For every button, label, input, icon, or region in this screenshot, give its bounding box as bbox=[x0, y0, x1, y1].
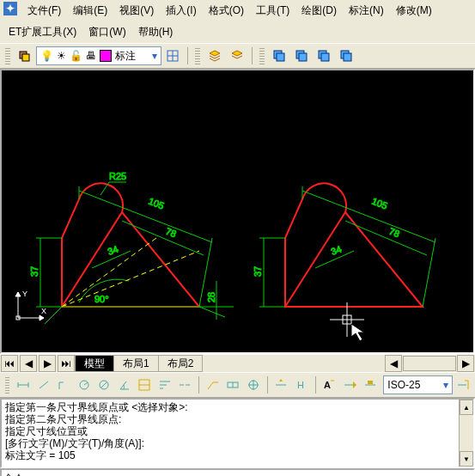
svg-marker-81 bbox=[353, 381, 356, 388]
svg-marker-47 bbox=[15, 292, 21, 296]
svg-rect-8 bbox=[321, 53, 329, 61]
separator bbox=[252, 47, 253, 64]
left-figure: R25 105 78 34 37 28 90° bbox=[27, 152, 242, 341]
svg-text:34: 34 bbox=[107, 243, 120, 256]
svg-line-36 bbox=[345, 221, 427, 255]
layer-color-swatch bbox=[100, 50, 112, 62]
svg-text:37: 37 bbox=[29, 266, 40, 277]
toolbar-grip[interactable] bbox=[5, 376, 9, 394]
menu-dim[interactable]: 标注(N) bbox=[344, 2, 389, 20]
tab-layout2[interactable]: 布局2 bbox=[158, 355, 204, 372]
svg-text:78: 78 bbox=[387, 226, 401, 240]
sun-icon: ☀ bbox=[57, 50, 66, 62]
menu-window[interactable]: 窗口(W) bbox=[83, 23, 131, 41]
tab-next-button[interactable]: ▶ bbox=[39, 355, 56, 372]
menu-file[interactable]: 文件(F) bbox=[22, 2, 66, 20]
svg-text:105: 105 bbox=[370, 196, 388, 211]
dim-angular-button[interactable] bbox=[115, 375, 134, 395]
tolerance-button[interactable] bbox=[224, 375, 243, 395]
menu-modify[interactable]: 修改(M) bbox=[391, 2, 437, 20]
scroll-down-button[interactable]: ▼ bbox=[460, 451, 473, 467]
dim-diameter-button[interactable] bbox=[95, 375, 114, 395]
svg-text:X: X bbox=[41, 307, 46, 315]
separator bbox=[315, 376, 316, 394]
svg-marker-45 bbox=[40, 315, 44, 320]
dimstyle-dropdown[interactable]: ISO-25 ▾ bbox=[383, 375, 453, 394]
app-icon: ✦ bbox=[3, 2, 17, 15]
svg-line-62 bbox=[100, 381, 107, 388]
menu-edit[interactable]: 编辑(E) bbox=[68, 2, 113, 20]
svg-text:H: H bbox=[297, 380, 304, 390]
svg-rect-10 bbox=[344, 53, 351, 61]
menu-ext[interactable]: ET扩展工具(X) bbox=[3, 23, 82, 41]
menu-help[interactable]: 帮助(H) bbox=[133, 23, 179, 41]
dim-override-button[interactable] bbox=[361, 375, 380, 395]
scroll-left-button[interactable]: ◀ bbox=[385, 355, 402, 372]
scroll-thumb[interactable] bbox=[460, 415, 473, 451]
svg-rect-4 bbox=[277, 53, 284, 61]
drawing-canvas[interactable]: R25 105 78 34 37 28 90° bbox=[2, 70, 473, 352]
svg-rect-83 bbox=[368, 381, 373, 384]
layer-name: 标注 bbox=[115, 49, 136, 64]
layer-manager-button[interactable] bbox=[15, 46, 35, 66]
dim-style-button-a[interactable]: A bbox=[320, 375, 339, 395]
toolbar-grip[interactable] bbox=[259, 47, 265, 64]
menu-format[interactable]: 格式(O) bbox=[204, 2, 249, 20]
tab-last-button[interactable]: ⏭ bbox=[58, 355, 75, 372]
svg-rect-1 bbox=[22, 54, 29, 61]
dim-quick-button[interactable] bbox=[136, 375, 155, 395]
tab-prev-button[interactable]: ◀ bbox=[20, 355, 37, 372]
menu-tools[interactable]: 工具(T) bbox=[251, 2, 295, 20]
chevron-down-icon: ▾ bbox=[152, 50, 157, 62]
dim-aligned-button[interactable] bbox=[34, 375, 53, 395]
separator bbox=[198, 376, 199, 394]
svg-line-58 bbox=[40, 381, 48, 388]
dim-radius-button[interactable] bbox=[75, 375, 94, 395]
toolbar-grip[interactable] bbox=[195, 47, 200, 64]
dim-ordinate-button[interactable] bbox=[54, 375, 73, 395]
svg-text:37: 37 bbox=[253, 266, 263, 277]
svg-text:28: 28 bbox=[206, 292, 216, 302]
layers-icon-button-2[interactable] bbox=[227, 46, 247, 66]
blue-stack-icon-3[interactable] bbox=[314, 46, 334, 66]
plot-icon: 🖶 bbox=[86, 50, 96, 62]
tab-model[interactable]: 模型 bbox=[75, 355, 114, 372]
layers-icon-button[interactable] bbox=[204, 46, 225, 66]
svg-line-30 bbox=[199, 307, 225, 317]
layer-dropdown[interactable]: 💡 ☀ 🔓 🖶 标注 ▾ bbox=[36, 46, 161, 65]
dim-edit-button[interactable] bbox=[272, 375, 291, 395]
dim-continue-button[interactable] bbox=[176, 375, 195, 395]
svg-line-60 bbox=[84, 382, 88, 385]
menu-view[interactable]: 视图(V) bbox=[114, 2, 159, 20]
svg-text:Y: Y bbox=[22, 290, 27, 298]
tab-layout1[interactable]: 布局1 bbox=[113, 355, 159, 372]
command-input[interactable] bbox=[28, 473, 473, 476]
svg-line-12 bbox=[79, 191, 212, 242]
toolbar-grip[interactable] bbox=[5, 47, 10, 64]
dim-tedit-button[interactable]: H bbox=[292, 375, 311, 395]
qleader-button[interactable] bbox=[204, 375, 222, 395]
svg-text:34: 34 bbox=[330, 243, 344, 256]
tab-first-button[interactable]: ⏮ bbox=[1, 355, 18, 372]
blue-stack-icon-2[interactable] bbox=[291, 46, 312, 66]
command-prompt-label: 命令: bbox=[2, 472, 28, 477]
dim-style-manager-button[interactable] bbox=[454, 375, 472, 395]
layer-states-button[interactable] bbox=[162, 46, 183, 66]
dimstyle-name: ISO-25 bbox=[387, 379, 420, 391]
right-figure: 105 78 34 37 bbox=[251, 152, 466, 341]
dim-baseline-button[interactable] bbox=[155, 375, 174, 395]
center-mark-button[interactable] bbox=[244, 375, 263, 395]
dim-linear-button[interactable] bbox=[14, 375, 33, 395]
cmd-vscroll[interactable]: ▲ ▼ bbox=[459, 400, 473, 467]
menu-draw[interactable]: 绘图(D) bbox=[296, 2, 342, 20]
menu-insert[interactable]: 插入(I) bbox=[161, 2, 201, 20]
blue-stack-icon-4[interactable] bbox=[336, 46, 356, 66]
hscroll-track[interactable] bbox=[403, 356, 456, 371]
svg-rect-6 bbox=[299, 53, 307, 61]
dim-update-button[interactable] bbox=[340, 375, 359, 395]
svg-text:R25: R25 bbox=[109, 171, 126, 181]
blue-stack-icon-1[interactable] bbox=[269, 46, 289, 66]
separator bbox=[187, 47, 188, 64]
scroll-right-button[interactable]: ▶ bbox=[457, 355, 474, 372]
scroll-up-button[interactable]: ▲ bbox=[460, 400, 473, 415]
